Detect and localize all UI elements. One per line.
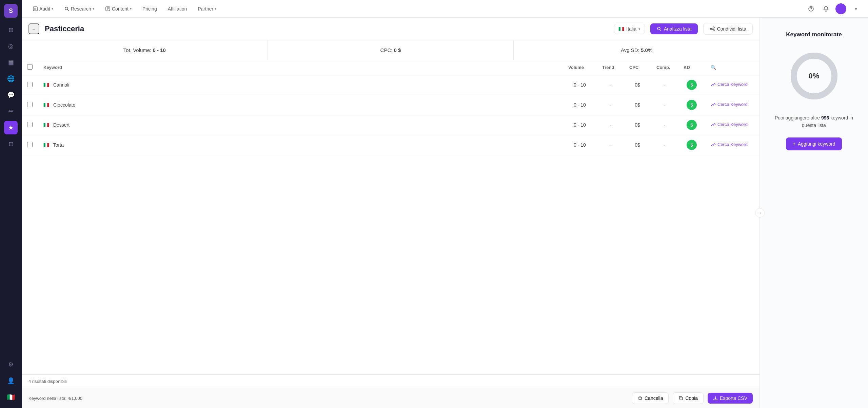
nav-partner-label: Partner bbox=[198, 6, 213, 12]
expand-button[interactable]: ▾ bbox=[850, 3, 861, 14]
help-button[interactable] bbox=[806, 3, 816, 14]
cerca-keyword-button-3[interactable]: Cerca Keyword bbox=[711, 142, 748, 147]
cancella-button[interactable]: Cancella bbox=[632, 392, 669, 404]
kd-badge-3: 5 bbox=[687, 140, 697, 150]
row-trend-2: - bbox=[597, 115, 624, 135]
research-chevron: ▾ bbox=[93, 7, 94, 11]
user-avatar[interactable] bbox=[835, 3, 846, 14]
svg-rect-17 bbox=[639, 397, 642, 400]
left-panel: ← Pasticceria 🇮🇹 Italia ▾ Analizza lista bbox=[22, 18, 760, 408]
row-volume-3: 0 - 10 bbox=[563, 135, 597, 155]
table-row: 🇮🇹 Cannoli 0 - 10 - 0$ - 5 Cerca Keyword bbox=[22, 75, 760, 95]
nav-research[interactable]: Research ▾ bbox=[60, 4, 98, 14]
row-comp-1: - bbox=[651, 95, 678, 115]
analyze-label: Analizza lista bbox=[664, 26, 692, 32]
cerca-keyword-button-1[interactable]: Cerca Keyword bbox=[711, 102, 748, 107]
back-icon: ← bbox=[32, 26, 36, 32]
panel-toggle-button[interactable]: → bbox=[755, 208, 765, 218]
page-title: Pasticceria bbox=[45, 24, 84, 33]
row-checkbox-0[interactable] bbox=[27, 82, 33, 87]
row-comp-3: - bbox=[651, 135, 678, 155]
aggiungi-keyword-button[interactable]: + Aggiungi keyword bbox=[786, 137, 842, 150]
row-keyword-2: 🇮🇹 Dessert bbox=[38, 115, 563, 135]
sidebar-icon-chat[interactable]: 💬 bbox=[4, 88, 18, 102]
keyword-count-label: Keyword nella lista: 4/1,000 bbox=[28, 396, 82, 401]
stat-volume: Tot. Volume: 0 - 10 bbox=[22, 40, 268, 60]
esporta-label: Esporta CSV bbox=[720, 395, 747, 401]
row-kd-0: 5 bbox=[678, 75, 705, 95]
nav-pricing[interactable]: Pricing bbox=[138, 4, 161, 14]
italy-flag-icon: 🇮🇹 bbox=[618, 26, 624, 32]
row-cpc-1: 0$ bbox=[624, 95, 651, 115]
row-kd-2: 5 bbox=[678, 115, 705, 135]
svg-rect-18 bbox=[680, 397, 683, 400]
analyze-button[interactable]: Analizza lista bbox=[650, 23, 698, 34]
sidebar-icon-star[interactable]: ★ bbox=[4, 121, 18, 134]
sidebar-icon-pen[interactable]: ✏ bbox=[4, 105, 18, 118]
stat-volume-label: Tot. Volume: bbox=[123, 47, 152, 53]
page-header: ← Pasticceria 🇮🇹 Italia ▾ Analizza lista bbox=[22, 18, 760, 40]
copia-button[interactable]: Copia bbox=[673, 392, 704, 404]
row-checkbox-1[interactable] bbox=[27, 102, 33, 107]
app-logo[interactable]: S bbox=[4, 4, 18, 18]
col-action-header[interactable]: 🔍 bbox=[705, 60, 760, 75]
col-trend-header: Trend bbox=[597, 60, 624, 75]
row-action-3: Cerca Keyword bbox=[705, 135, 760, 155]
sidebar: S ⊞ ◎ ▦ 🌐 💬 ✏ ★ ⊟ ⚙ 👤 🇮🇹 bbox=[0, 0, 22, 408]
row-keyword-1: 🇮🇹 Cioccolato bbox=[38, 95, 563, 115]
keyword-text-0: Cannoli bbox=[53, 82, 69, 88]
svg-rect-0 bbox=[33, 7, 37, 11]
share-button[interactable]: Condividi lista bbox=[703, 23, 753, 35]
nav-affiliation-label: Affiliation bbox=[168, 6, 187, 12]
sidebar-icon-globe[interactable]: 🌐 bbox=[4, 72, 18, 86]
esporta-button[interactable]: Esporta CSV bbox=[708, 393, 753, 404]
row-trend-0: - bbox=[597, 75, 624, 95]
sidebar-icon-chart[interactable]: ▦ bbox=[4, 56, 18, 69]
cerca-keyword-button-2[interactable]: Cerca Keyword bbox=[711, 122, 748, 127]
sidebar-icon-target[interactable]: ◎ bbox=[4, 39, 18, 53]
table-row: 🇮🇹 Cioccolato 0 - 10 - 0$ - 5 Cerca Keyw… bbox=[22, 95, 760, 115]
country-selector[interactable]: 🇮🇹 Italia ▾ bbox=[614, 24, 645, 34]
nav-audit[interactable]: Audit ▾ bbox=[28, 4, 57, 14]
row-cpc-2: 0$ bbox=[624, 115, 651, 135]
row-trend-1: - bbox=[597, 95, 624, 115]
flag-icon-3: 🇮🇹 bbox=[43, 142, 49, 148]
main-area: Audit ▾ Research ▾ Content ▾ Pricing Aff… bbox=[22, 0, 868, 408]
copy-icon bbox=[678, 396, 683, 401]
select-all-checkbox[interactable] bbox=[27, 64, 33, 70]
svg-point-11 bbox=[657, 27, 660, 30]
row-action-1: Cerca Keyword bbox=[705, 95, 760, 115]
row-check-3 bbox=[22, 135, 38, 155]
notifications-button[interactable] bbox=[821, 3, 831, 14]
sidebar-icon-dashboard[interactable]: ⊞ bbox=[4, 23, 18, 37]
row-kd-3: 5 bbox=[678, 135, 705, 155]
table-wrapper: Keyword Volume Trend CPC bbox=[22, 60, 760, 374]
col-check-header bbox=[22, 60, 38, 75]
sidebar-icon-settings[interactable]: ⚙ bbox=[4, 358, 18, 371]
row-check-0 bbox=[22, 75, 38, 95]
row-checkbox-3[interactable] bbox=[27, 142, 33, 147]
cerca-keyword-button-0[interactable]: Cerca Keyword bbox=[711, 82, 748, 87]
keyword-text-1: Cioccolato bbox=[53, 102, 75, 108]
row-keyword-3: 🇮🇹 Torta bbox=[38, 135, 563, 155]
sidebar-icon-table2[interactable]: ⊟ bbox=[4, 137, 18, 151]
svg-point-13 bbox=[710, 28, 712, 30]
help-icon bbox=[808, 6, 814, 12]
row-trend-3: - bbox=[597, 135, 624, 155]
keyword-text-3: Torta bbox=[53, 142, 64, 148]
nav-affiliation[interactable]: Affiliation bbox=[164, 4, 191, 14]
row-keyword-0: 🇮🇹 Cannoli bbox=[38, 75, 563, 95]
results-footer: 4 risultati disponibili bbox=[22, 374, 760, 388]
svg-line-15 bbox=[712, 28, 713, 29]
nav-partner[interactable]: Partner ▾ bbox=[194, 4, 220, 14]
row-check-1 bbox=[22, 95, 38, 115]
nav-research-label: Research bbox=[71, 6, 91, 12]
nav-content[interactable]: Content ▾ bbox=[101, 4, 136, 14]
kd-badge-0: 5 bbox=[687, 80, 697, 90]
content-chevron: ▾ bbox=[130, 7, 132, 11]
back-button[interactable]: ← bbox=[28, 23, 39, 34]
flag-icon-1: 🇮🇹 bbox=[43, 102, 49, 108]
row-checkbox-2[interactable] bbox=[27, 122, 33, 127]
sidebar-icon-user[interactable]: 👤 bbox=[4, 374, 18, 388]
row-comp-2: - bbox=[651, 115, 678, 135]
